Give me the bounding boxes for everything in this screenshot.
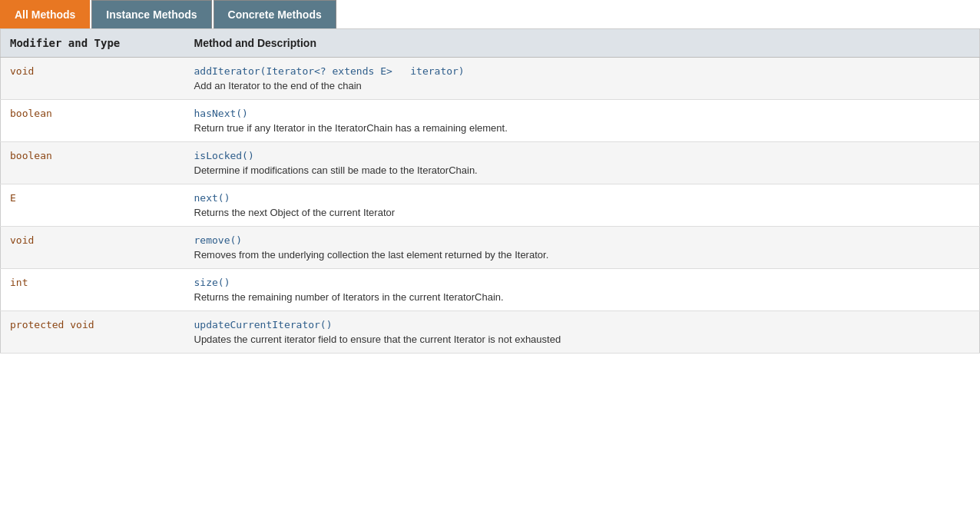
method-cell: isLocked()Determine if modifications can…: [185, 142, 980, 184]
tab-concrete-methods[interactable]: Concrete Methods: [214, 0, 336, 28]
tab-all-methods[interactable]: All Methods: [0, 0, 90, 28]
method-signature: hasNext(): [194, 108, 971, 119]
modifier-cell: void: [1, 58, 185, 100]
tab-instance-methods[interactable]: Instance Methods: [91, 0, 211, 28]
method-cell: remove()Removes from the underlying coll…: [185, 227, 980, 269]
method-signature: size(): [194, 277, 971, 288]
modifier-cell: protected void: [1, 311, 185, 354]
method-cell: next()Returns the next Object of the cur…: [185, 184, 980, 227]
modifier-cell: E: [1, 184, 185, 227]
method-signature: addIterator(Iterator<? extends E> iterat…: [194, 65, 971, 77]
modifier-cell: boolean: [1, 100, 185, 142]
method-cell: size()Returns the remaining number of It…: [185, 269, 980, 311]
table-header-row: Modifier and Type Method and Description: [1, 29, 980, 58]
method-signature: updateCurrentIterator(): [194, 319, 971, 330]
method-cell: hasNext()Return true if any Iterator in …: [185, 100, 980, 142]
method-description: Returns the next Object of the current I…: [194, 207, 971, 218]
method-signature: isLocked(): [194, 150, 971, 161]
col-method-header: Method and Description: [185, 29, 980, 58]
method-description: Determine if modifications can still be …: [194, 164, 971, 176]
col-modifier-header: Modifier and Type: [1, 29, 185, 58]
method-cell: updateCurrentIterator()Updates the curre…: [185, 311, 980, 354]
table-row: booleanisLocked()Determine if modificati…: [1, 142, 980, 184]
method-description: Add an Iterator to the end of the chain: [194, 80, 971, 91]
table-row: voidremove()Removes from the underlying …: [1, 227, 980, 269]
modifier-cell: int: [1, 269, 185, 311]
method-signature: next(): [194, 192, 971, 204]
modifier-cell: boolean: [1, 142, 185, 184]
method-description: Returns the remaining number of Iterator…: [194, 291, 971, 303]
method-signature: remove(): [194, 234, 971, 246]
method-table: Modifier and Type Method and Description…: [0, 28, 980, 354]
method-description: Updates the current iterator field to en…: [194, 334, 971, 345]
table-row: protected voidupdateCurrentIterator()Upd…: [1, 311, 980, 354]
method-description: Removes from the underlying collection t…: [194, 249, 971, 261]
table-row: booleanhasNext()Return true if any Itera…: [1, 100, 980, 142]
method-cell: addIterator(Iterator<? extends E> iterat…: [185, 58, 980, 100]
method-description: Return true if any Iterator in the Itera…: [194, 122, 971, 134]
tab-bar: All Methods Instance Methods Concrete Me…: [0, 0, 980, 28]
modifier-cell: void: [1, 227, 185, 269]
table-row: voidaddIterator(Iterator<? extends E> it…: [1, 58, 980, 100]
table-row: intsize()Returns the remaining number of…: [1, 269, 980, 311]
table-row: Enext()Returns the next Object of the cu…: [1, 184, 980, 227]
